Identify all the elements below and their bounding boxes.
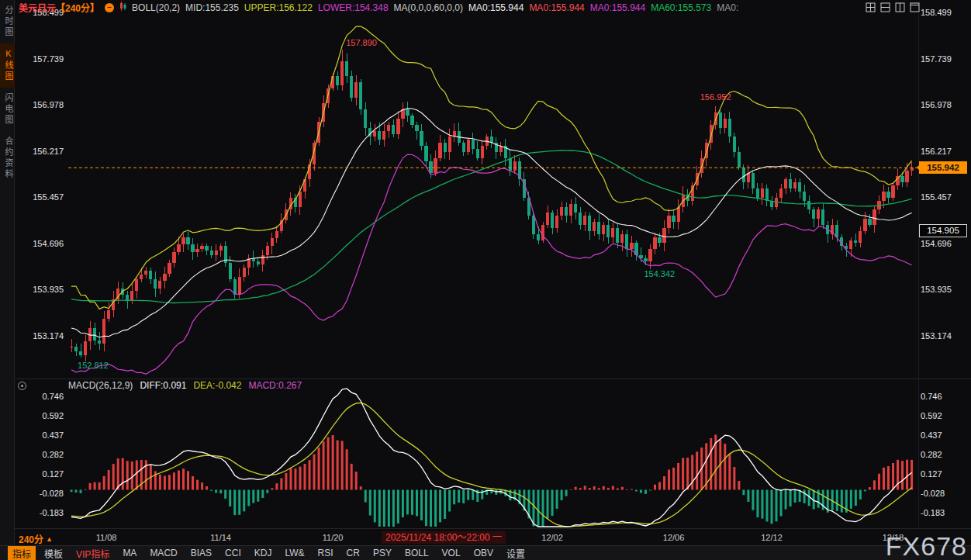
boll-label: BOLL(20,2): [132, 2, 180, 13]
toolbar-item-bias[interactable]: BIAS: [186, 547, 216, 559]
macd-panel: [71, 389, 914, 527]
left-sidebar: 分时图 K线图 闪电图 合约资料: [0, 0, 15, 545]
period-label: 240分: [19, 532, 43, 545]
ma-value-5: MA0:: [717, 2, 738, 13]
toolbar-item-psy[interactable]: PSY: [368, 547, 396, 559]
toolbar-item-macd[interactable]: MACD: [145, 547, 181, 559]
last-price-badge: 155.942: [919, 161, 967, 174]
price-annotation: 152.812: [78, 361, 109, 370]
toolbar-item-rsi[interactable]: RSI: [313, 547, 338, 559]
toolbar-item-vol[interactable]: VOL: [437, 547, 465, 559]
ma-value-3: MA0:155.944: [590, 2, 645, 13]
symbol-title: 美元日元【240分】: [19, 1, 99, 14]
trading-terminal: 157.890156.952154.342152.812 158.499158.…: [0, 0, 971, 560]
layout-grid-icon[interactable]: [866, 2, 876, 12]
macd-dea-value: DEA:-0.042: [193, 380, 241, 391]
price-annotation: 156.952: [700, 92, 731, 102]
indicator-selector-icon[interactable]: [18, 382, 26, 390]
macd-diff-value: DIFF:0.091: [140, 380, 186, 391]
boll-mid-value: MID:155.235: [185, 2, 239, 13]
layout-split-horizontal-icon[interactable]: [880, 2, 890, 12]
symbol-period: 【240分】: [56, 3, 99, 14]
ma-value-1: MA0:155.944: [468, 2, 524, 13]
toolbar-item-vip-indicators[interactable]: VIP指标: [71, 546, 114, 560]
indicator-toolbar: 指标 模板 VIP指标 MA MACD BIAS CCI KDJ LW& RSI…: [0, 545, 971, 560]
period-dropdown-arrow-icon: ▲: [46, 535, 53, 543]
window-layout-icons: [866, 2, 920, 12]
toolbar-item-kdj[interactable]: KDJ: [250, 547, 277, 559]
sidebar-tab-contract-info[interactable]: 合约资料: [0, 131, 15, 185]
toolbar-item-obv[interactable]: OBV: [469, 547, 498, 559]
symbol-name: 美元日元: [19, 3, 56, 14]
toolbar-item-cci[interactable]: CCI: [220, 547, 246, 559]
overlay-lines: [71, 26, 912, 374]
toolbar-item-boll[interactable]: BOLL: [400, 547, 434, 559]
period-selector-button[interactable]: 240分 ▲: [19, 532, 53, 545]
panel-divider-2: [0, 528, 971, 529]
candlestick-series: [70, 50, 914, 361]
ma60-value: MA60:155.573: [651, 2, 711, 13]
sidebar-tab-kline[interactable]: K线图: [0, 43, 15, 88]
annotations: 157.890156.952154.342152.812: [68, 38, 917, 371]
sidebar-tab-timeshare[interactable]: 分时图: [0, 0, 15, 43]
toolbar-item-lwr[interactable]: LW&: [280, 547, 309, 559]
price-annotation: 157.890: [346, 38, 377, 47]
candlestick-icon: [119, 2, 126, 13]
macd-hist-value: MACD:0.267: [248, 380, 302, 391]
macd-header: MACD(26,12,9) DIFF:0.091 DEA:-0.042 MACD…: [68, 380, 302, 391]
ma-label: MA(0,0,0,60,0,0): [394, 2, 463, 13]
panel-divider-1: [0, 379, 971, 379]
toolbar-item-settings[interactable]: 设置: [502, 546, 530, 560]
toolbar-item-templates[interactable]: 模板: [40, 546, 67, 560]
toolbar-item-indicators[interactable]: 指标: [8, 546, 36, 560]
hovered-candle-date: 2025/11/24 18:00～22:00 一: [382, 531, 506, 544]
chart-canvas[interactable]: 157.890156.952154.342152.812: [0, 0, 971, 560]
sidebar-tab-lightning[interactable]: 闪电图: [0, 88, 15, 131]
price-annotation: 154.342: [644, 269, 675, 278]
boll-upper-value: UPPER:156.122: [244, 2, 313, 13]
layout-split-vertical-icon[interactable]: [895, 2, 905, 12]
reference-price-badge: 154.905: [919, 224, 967, 237]
fx678-watermark: FX678: [886, 533, 967, 559]
collapse-indicator-icon[interactable]: −: [105, 3, 114, 12]
boll-lower-value: LOWER:154.348: [318, 2, 389, 13]
chart-header: 美元日元【240分】 − BOLL(20,2) MID:155.235 UPPE…: [19, 2, 738, 13]
layout-maximize-icon[interactable]: [910, 2, 920, 12]
ma-value-2: MA0:155.944: [529, 2, 584, 13]
macd-params-label: MACD(26,12,9): [68, 380, 133, 391]
toolbar-item-cr[interactable]: CR: [342, 547, 365, 559]
toolbar-item-ma[interactable]: MA: [118, 547, 141, 559]
